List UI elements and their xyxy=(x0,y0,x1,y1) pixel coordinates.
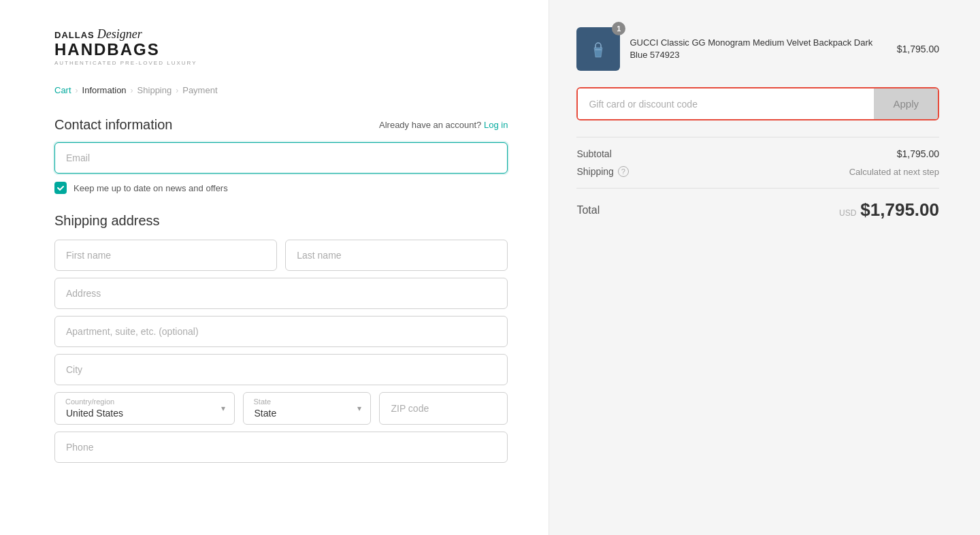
country-select[interactable]: United States xyxy=(54,392,235,425)
address-group xyxy=(54,278,508,309)
contact-title: Contact information xyxy=(54,117,172,133)
breadcrumb-information[interactable]: Information xyxy=(82,85,127,95)
breadcrumb-sep-3: › xyxy=(176,86,178,95)
breadcrumb-payment: Payment xyxy=(182,85,217,95)
product-name: GUCCI Classic GG Monogram Medium Velvet … xyxy=(630,37,887,61)
login-link[interactable]: Log in xyxy=(484,120,508,130)
last-name-input[interactable] xyxy=(285,240,508,271)
address-input[interactable] xyxy=(54,278,508,309)
state-select[interactable]: State xyxy=(243,392,372,425)
product-quantity-badge: 1 xyxy=(612,22,625,35)
apt-input[interactable] xyxy=(54,316,508,347)
shipping-row: Shipping ? Calculated at next step xyxy=(576,166,939,177)
breadcrumb-shipping: Shipping xyxy=(137,85,172,95)
email-input[interactable] xyxy=(54,142,508,174)
login-prompt: Already have an account? Log in xyxy=(379,120,508,130)
right-panel: 1 GUCCI Classic GG Monogram Medium Velve… xyxy=(549,0,980,535)
total-amount-group: USD $1,795.00 xyxy=(839,199,939,221)
newsletter-label: Keep me up to date on news and offers xyxy=(74,183,228,193)
logo: DALLAS Designer HANDBAGS AUTHENTICATED P… xyxy=(54,27,508,66)
product-thumbnail-icon xyxy=(585,35,612,63)
left-panel: DALLAS Designer HANDBAGS AUTHENTICATED P… xyxy=(0,0,549,535)
total-currency: USD xyxy=(839,208,856,218)
logo-tagline: AUTHENTICATED PRE-LOVED LUXURY xyxy=(54,60,508,66)
discount-box: Apply xyxy=(576,87,939,120)
breadcrumb: Cart › Information › Shipping › Payment xyxy=(54,85,508,95)
logo-script: Designer xyxy=(97,27,142,42)
subtotal-row: Subtotal $1,795.00 xyxy=(576,148,939,159)
summary-divider-bottom xyxy=(576,188,939,189)
discount-input[interactable] xyxy=(578,88,874,119)
shipping-help-icon[interactable]: ? xyxy=(618,166,629,177)
breadcrumb-sep-1: › xyxy=(76,86,78,95)
subtotal-label: Subtotal xyxy=(576,148,611,159)
shipping-title: Shipping address xyxy=(54,213,508,229)
summary-divider-top xyxy=(576,137,939,137)
shipping-value: Calculated at next step xyxy=(849,167,939,177)
already-account-text: Already have an account? xyxy=(379,120,481,130)
first-name-input[interactable] xyxy=(54,240,277,271)
product-info: GUCCI Classic GG Monogram Medium Velvet … xyxy=(630,37,887,61)
contact-header: Contact information Already have an acco… xyxy=(54,117,508,133)
shipping-label-group: Shipping ? xyxy=(576,166,629,177)
product-item: 1 GUCCI Classic GG Monogram Medium Velve… xyxy=(576,27,939,71)
phone-row xyxy=(54,432,508,463)
zip-input[interactable] xyxy=(379,392,508,425)
phone-input[interactable] xyxy=(54,432,508,463)
newsletter-checkbox[interactable] xyxy=(54,182,67,194)
apt-group xyxy=(54,316,508,347)
svg-rect-1 xyxy=(595,49,602,50)
zip-group xyxy=(379,392,508,425)
name-row xyxy=(54,240,508,271)
total-amount: $1,795.00 xyxy=(860,199,939,221)
product-price: $1,795.00 xyxy=(897,44,939,54)
location-row: Country/region United States ▾ State Sta… xyxy=(54,392,508,425)
breadcrumb-cart[interactable]: Cart xyxy=(54,85,71,95)
apply-button[interactable]: Apply xyxy=(874,88,938,119)
country-wrapper: Country/region United States ▾ xyxy=(54,392,235,425)
state-wrapper: State State ▾ xyxy=(243,392,372,425)
city-group xyxy=(54,354,508,385)
subtotal-value: $1,795.00 xyxy=(897,148,939,159)
logo-dallas: DALLAS xyxy=(54,30,95,40)
total-label: Total xyxy=(576,204,600,216)
email-group xyxy=(54,142,508,174)
breadcrumb-sep-2: › xyxy=(131,86,133,95)
logo-handbags: HANDBAGS xyxy=(54,42,508,58)
city-input[interactable] xyxy=(54,354,508,385)
newsletter-row: Keep me up to date on news and offers xyxy=(54,182,508,194)
product-image-wrapper: 1 xyxy=(576,27,620,71)
total-row: Total USD $1,795.00 xyxy=(576,199,939,221)
shipping-label: Shipping xyxy=(576,166,614,177)
